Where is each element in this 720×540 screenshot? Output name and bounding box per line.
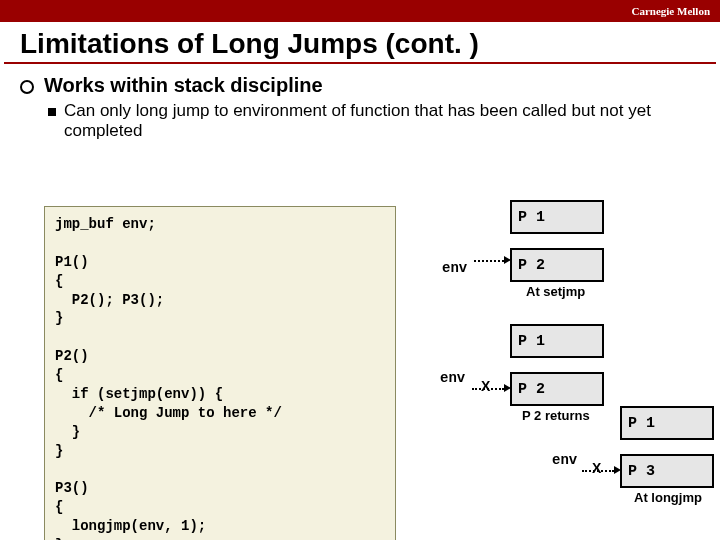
arrow-head-3 — [614, 466, 621, 474]
bullet-1: Works within stack discipline — [20, 74, 700, 97]
subbullet-1: Can only long jump to environment of fun… — [48, 101, 688, 141]
stack3-p1: P 1 — [620, 406, 714, 440]
arrow-head-1 — [504, 256, 511, 264]
x-mark-1: X — [481, 378, 490, 394]
env-label-3: env — [552, 452, 577, 468]
bullet-icon — [20, 80, 34, 94]
code-block: jmp_buf env; P1() { P2(); P3(); } P2() {… — [44, 206, 396, 540]
arrow-line-1 — [474, 260, 504, 262]
stack1-p1: P 1 — [510, 200, 604, 234]
bullet-1-text: Works within stack discipline — [44, 74, 323, 97]
brand-text: Carnegie Mellon — [631, 5, 710, 17]
label-at-longjmp: At longjmp — [634, 490, 702, 505]
header-bar: Carnegie Mellon — [0, 0, 720, 22]
subbullet-1-text: Can only long jump to environment of fun… — [64, 101, 688, 141]
stack2-p2: P 2 — [510, 372, 604, 406]
x-mark-2: X — [592, 460, 601, 476]
env-label-1: env — [442, 260, 467, 276]
stack3-p3: P 3 — [620, 454, 714, 488]
arrow-head-2 — [504, 384, 511, 392]
slide-title: Limitations of Long Jumps (cont. ) — [4, 22, 716, 64]
env-label-2: env — [440, 370, 465, 386]
square-icon — [48, 108, 56, 116]
stack2-p1: P 1 — [510, 324, 604, 358]
label-at-setjmp: At setjmp — [526, 284, 585, 299]
label-p2-returns: P 2 returns — [522, 408, 590, 423]
stack1-p2: P 2 — [510, 248, 604, 282]
